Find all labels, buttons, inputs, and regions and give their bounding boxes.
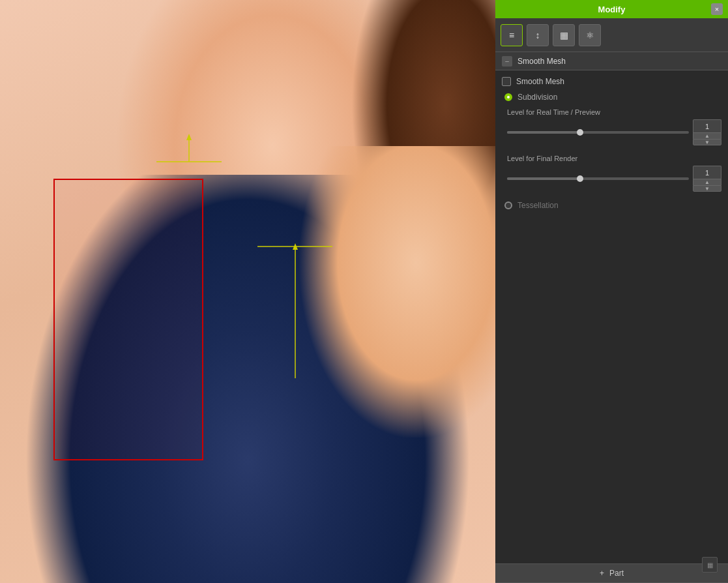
subdivision-row: Subdivision (502, 93, 721, 102)
level-render-label: Level for Final Render (507, 155, 721, 162)
level-render-slider[interactable] (507, 177, 689, 180)
subdivision-label: Subdivision (517, 93, 557, 102)
level-realtime-slider-row: ▲ ▼ (507, 119, 721, 145)
panel-title: Modify (598, 5, 626, 14)
bottom-right-icon: ▦ (702, 557, 718, 573)
panel-toolbar: ≡ ↕ ▦ ⚛ (495, 18, 728, 52)
level-realtime-label: Level for Real Time / Preview (507, 108, 721, 116)
level-render-thumb[interactable] (577, 175, 583, 182)
part-plus-icon: + (600, 569, 604, 578)
right-panel: Modify × ≡ ↕ ▦ ⚛ – Smooth Mesh Smooth Me… (495, 0, 728, 583)
level-render-up[interactable]: ▲ (693, 179, 721, 185)
level-realtime-up[interactable]: ▲ (693, 132, 721, 139)
level-render-input[interactable] (693, 166, 721, 179)
character-arm (297, 146, 495, 438)
level-realtime-input[interactable] (693, 119, 721, 132)
section-collapse-btn[interactable]: – (502, 56, 512, 67)
level-render-down[interactable]: ▼ (693, 185, 721, 192)
section-header-title: Smooth Mesh (517, 57, 566, 66)
grid-small-icon: ▦ (707, 561, 713, 569)
level-realtime-fill (507, 131, 580, 134)
sliders-icon: ≡ (509, 30, 514, 40)
level-realtime-down[interactable]: ▼ (693, 139, 721, 145)
panel-titlebar: Modify × (495, 0, 728, 18)
level-realtime-slider[interactable] (507, 131, 689, 134)
level-realtime-spinner: ▲ ▼ (693, 119, 721, 145)
level-render-group: Level for Final Render ▲ ▼ (502, 155, 721, 192)
grid-icon: ▦ (560, 30, 568, 40)
toolbar-grid-btn[interactable]: ▦ (553, 24, 575, 46)
tessellation-radio[interactable] (504, 202, 512, 209)
part-button[interactable]: + Part (495, 563, 728, 583)
toolbar-transform-btn[interactable]: ↕ (527, 24, 549, 46)
level-render-spinner: ▲ ▼ (693, 166, 721, 192)
part-label: Part (609, 569, 624, 578)
level-realtime-group: Level for Real Time / Preview ▲ ▼ (502, 108, 721, 145)
level-realtime-thumb[interactable] (577, 129, 583, 136)
level-render-arrows: ▲ ▼ (693, 179, 721, 192)
level-render-fill (507, 177, 580, 180)
level-render-slider-row: ▲ ▼ (507, 166, 721, 192)
smooth-mesh-label: Smooth Mesh (516, 77, 564, 86)
atom-icon: ⚛ (586, 30, 594, 40)
level-realtime-arrows: ▲ ▼ (693, 132, 721, 145)
smooth-mesh-row: Smooth Mesh (502, 77, 721, 86)
subdivision-radio[interactable] (504, 93, 512, 101)
section-header: – Smooth Mesh (495, 52, 728, 70)
toolbar-sliders-btn[interactable]: ≡ (501, 24, 523, 46)
tessellation-label: Tessellation (517, 201, 559, 210)
viewport[interactable] (0, 0, 495, 583)
tessellation-row: Tessellation (502, 201, 721, 210)
panel-content: Smooth Mesh Subdivision Level for Real T… (495, 70, 728, 563)
transform-icon: ↕ (536, 30, 540, 40)
smooth-mesh-checkbox[interactable] (502, 77, 511, 86)
toolbar-atom-btn[interactable]: ⚛ (579, 24, 601, 46)
close-button[interactable]: × (711, 3, 723, 15)
